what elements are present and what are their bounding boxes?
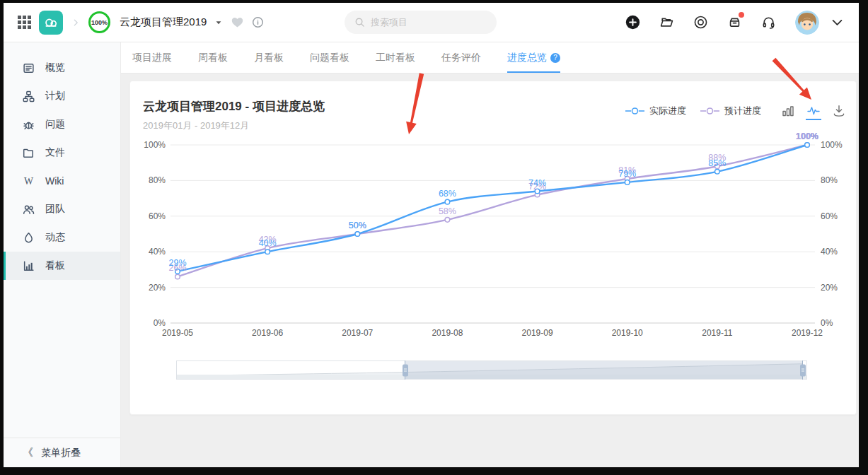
y-axis-tick-right: 100% xyxy=(821,140,843,150)
sidebar-item-plan[interactable]: 计划 xyxy=(4,82,120,110)
data-label-final: 100% xyxy=(796,131,818,141)
main-content: 项目进展周看板月看板问题看板工时看板任务评价进度总览? 云龙项目管理2019 -… xyxy=(121,42,859,467)
data-point xyxy=(625,180,630,185)
data-label: 74% xyxy=(528,178,546,188)
sidebar-item-files[interactable]: 文件 xyxy=(4,139,120,167)
x-axis-tick: 2019-07 xyxy=(342,328,373,338)
sidebar-item-board[interactable]: 看板 xyxy=(4,252,120,280)
sidebar-item-team[interactable]: 团队 xyxy=(4,195,120,223)
topbar-left: 100% 云龙项目管理2019 xyxy=(18,11,264,35)
avatar[interactable] xyxy=(795,11,819,35)
board-tabbar: 项目进展周看板月看板问题看板工时看板任务评价进度总览? xyxy=(121,42,859,74)
unread-dot xyxy=(739,12,744,18)
tab-4[interactable]: 问题看板 xyxy=(310,42,349,73)
overview-icon xyxy=(23,62,35,74)
search-icon xyxy=(354,17,365,28)
favorite-heart-icon[interactable] xyxy=(231,16,244,29)
datazoom-left-handle[interactable] xyxy=(403,364,408,376)
sidebar-item-label: 动态 xyxy=(45,231,65,244)
activity-icon xyxy=(23,232,35,244)
cloud-logo-icon[interactable] xyxy=(39,11,63,35)
projects-folder-icon[interactable] xyxy=(659,15,674,30)
user-menu-chevron-icon[interactable] xyxy=(830,15,845,30)
app-frame: 100% 云龙项目管理2019 概览计划问题文件WWiki团队动态看板 《 菜单… xyxy=(4,3,859,467)
topbar: 100% 云龙项目管理2019 xyxy=(4,3,859,42)
sidebar-item-label: 团队 xyxy=(45,203,65,216)
data-point xyxy=(715,170,720,175)
data-point xyxy=(445,218,450,223)
x-axis-tick: 2019-05 xyxy=(162,328,193,338)
collapse-chevrons-icon: 《 xyxy=(23,446,33,459)
tab-2[interactable]: 周看板 xyxy=(198,42,228,73)
sidebar-item-bug[interactable]: 问题 xyxy=(4,110,120,139)
tab-1[interactable]: 项目进展 xyxy=(132,42,172,73)
apps-grid-icon[interactable] xyxy=(18,16,31,29)
data-point xyxy=(265,250,270,254)
search-input[interactable] xyxy=(371,17,487,28)
sidebar-item-wiki[interactable]: WWiki xyxy=(4,167,120,195)
tab-6[interactable]: 任务评价 xyxy=(441,42,481,73)
y-axis-tick-left: 100% xyxy=(144,140,166,150)
data-label: 68% xyxy=(439,189,456,199)
menu-collapse-button[interactable]: 《 菜单折叠 xyxy=(4,438,120,467)
datazoom-slider[interactable] xyxy=(176,360,807,380)
progress-line-chart: 0%0%20%20%40%40%60%60%80%80%100%100%2019… xyxy=(130,81,857,350)
collapse-label: 菜单折叠 xyxy=(41,447,81,459)
headset-support-icon[interactable] xyxy=(761,15,776,30)
y-axis-tick-right: 80% xyxy=(821,175,838,185)
project-progress-badge: 100% xyxy=(88,11,110,33)
help-ring-icon[interactable] xyxy=(693,15,708,30)
data-point xyxy=(805,143,810,148)
y-axis-tick-right: 60% xyxy=(821,211,838,221)
data-label: 40% xyxy=(259,238,277,248)
sidebar-item-overview[interactable]: 概览 xyxy=(4,54,120,82)
y-axis-tick-left: 60% xyxy=(149,211,166,221)
data-label: 29% xyxy=(168,258,186,268)
sidebar-item-label: 概览 xyxy=(45,61,65,74)
x-axis-tick: 2019-08 xyxy=(432,328,463,338)
breadcrumb-chevron-icon xyxy=(71,18,81,28)
datazoom-selected-window[interactable] xyxy=(405,361,803,379)
bug-icon xyxy=(23,119,35,131)
sidebar-item-label: 计划 xyxy=(45,90,65,102)
add-button[interactable] xyxy=(625,15,640,30)
team-icon xyxy=(23,204,35,216)
x-axis-tick: 2019-10 xyxy=(612,328,643,338)
y-axis-tick-left: 40% xyxy=(149,247,166,257)
inbox-icon[interactable] xyxy=(727,15,742,30)
sidebar: 概览计划问题文件WWiki团队动态看板 《 菜单折叠 xyxy=(4,42,121,467)
progress-overview-card: 云龙项目管理2019 - 项目进度总览 2019年01月 - 2019年12月 … xyxy=(129,81,857,415)
sidebar-nav: 概览计划问题文件WWiki团队动态看板 xyxy=(4,42,120,280)
data-point xyxy=(355,232,360,237)
data-point xyxy=(445,199,450,204)
plan-icon xyxy=(23,90,35,102)
data-label: 50% xyxy=(349,221,366,230)
y-axis-tick-left: 80% xyxy=(149,175,166,185)
tab-7[interactable]: 进度总览? xyxy=(507,42,560,73)
x-axis-tick: 2019-09 xyxy=(522,328,553,338)
sidebar-item-label: Wiki xyxy=(45,175,64,187)
tab-help-badge[interactable]: ? xyxy=(550,53,560,63)
topbar-right xyxy=(625,11,845,35)
title-caret-down-icon[interactable] xyxy=(214,18,223,27)
project-title[interactable]: 云龙项目管理2019 xyxy=(120,16,207,29)
x-axis-tick: 2019-12 xyxy=(792,328,823,338)
svg-text:W: W xyxy=(24,176,33,187)
y-axis-tick-left: 20% xyxy=(149,283,166,293)
search-box[interactable] xyxy=(345,11,497,34)
sidebar-item-activity[interactable]: 动态 xyxy=(4,223,120,252)
tab-3[interactable]: 月看板 xyxy=(254,42,284,73)
files-icon xyxy=(23,147,35,159)
sidebar-item-label: 问题 xyxy=(45,118,65,131)
sidebar-item-label: 文件 xyxy=(45,146,65,159)
board-icon xyxy=(23,260,35,272)
screenshot-window: 100% 云龙项目管理2019 概览计划问题文件WWiki团队动态看板 《 菜单… xyxy=(0,0,868,475)
y-axis-tick-right: 40% xyxy=(821,247,838,257)
datazoom-right-handle[interactable] xyxy=(800,364,806,376)
x-axis-tick: 2019-11 xyxy=(702,328,732,338)
y-axis-tick-left: 0% xyxy=(154,318,166,328)
info-icon[interactable] xyxy=(252,16,264,28)
data-label: 79% xyxy=(618,169,636,179)
tab-5[interactable]: 工时看板 xyxy=(376,42,415,73)
y-axis-tick-right: 0% xyxy=(821,318,833,328)
